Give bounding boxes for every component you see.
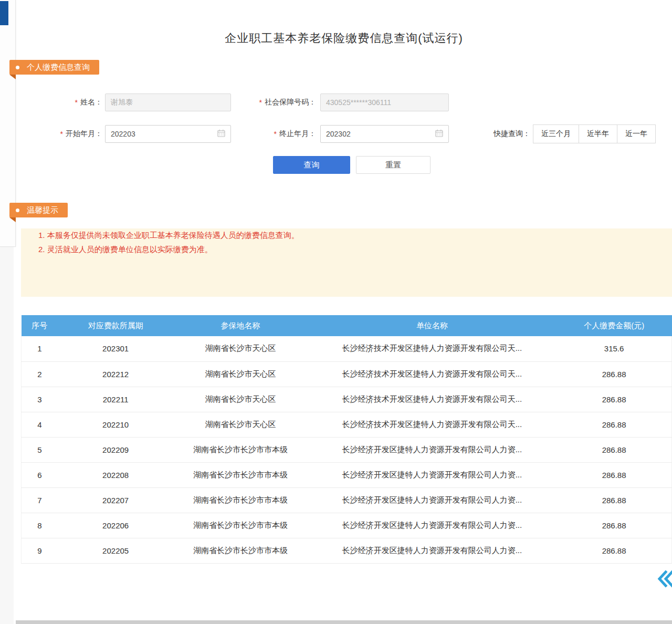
query-button[interactable]: 查询 [273, 156, 350, 174]
quick-query-option[interactable]: 近半年 [579, 124, 617, 143]
cell-company: 长沙经济开发区捷特人力资源开发有限公司人力资... [308, 462, 557, 487]
calendar-icon[interactable] [435, 129, 443, 139]
cell-area: 湖南省长沙市长沙市市本级 [173, 437, 307, 462]
bullet-dot-icon [16, 66, 19, 69]
section-label: 个人缴费信息查询 [27, 63, 90, 72]
table-header-cell: 单位名称 [308, 315, 557, 336]
cell-area: 湖南省长沙市天心区 [173, 361, 307, 387]
ssn-field: 430525******306111 [320, 93, 449, 111]
cell-period: 202212 [58, 361, 174, 387]
ssn-value: 430525******306111 [326, 98, 443, 107]
section-header-personal-query: 个人缴费信息查询 [9, 60, 99, 75]
table-row[interactable]: 9 202205 湖南省长沙市长沙市市本级 长沙经济开发区捷特人力资源开发有限公… [22, 538, 672, 563]
cell-period: 202208 [58, 462, 174, 487]
cell-period: 202209 [58, 437, 174, 462]
tip-line: 2. 灵活就业人员的缴费单位信息以实际缴费为准。 [38, 243, 672, 256]
quick-query-option[interactable]: 近一年 [617, 124, 656, 143]
bottom-scrollbar-track[interactable] [16, 620, 672, 624]
quick-query-option[interactable]: 近三个月 [533, 124, 579, 143]
cell-company: 长沙经济开发区捷特人力资源开发有限公司人力资... [308, 487, 557, 513]
name-field: 谢旭泰 [105, 93, 231, 111]
table-row[interactable]: 3 202211 湖南省长沙市天心区 长沙经济技术开发区捷特人力资源开发有限公司… [22, 387, 672, 412]
required-mark: * [75, 98, 78, 107]
start-month-field[interactable]: 202203 [105, 125, 231, 143]
cell-amount: 286.88 [556, 487, 671, 513]
ssn-label: * 社会保障号码： [231, 93, 316, 111]
cell-period: 202210 [58, 412, 174, 437]
cell-period: 202205 [58, 538, 174, 563]
cell-seq: 1 [22, 336, 58, 361]
cell-amount: 286.88 [556, 513, 671, 538]
cell-company: 长沙经济开发区捷特人力资源开发有限公司人力资... [308, 437, 557, 462]
quick-query-label: 快捷查询： [480, 125, 530, 143]
section-label: 温馨提示 [27, 205, 58, 215]
sidebar-tab[interactable] [0, 1, 8, 25]
pension-query-page: 企业职工基本养老保险缴费信息查询(试运行) 个人缴费信息查询 * 姓名： 谢旭泰… [0, 0, 672, 624]
cell-seq: 5 [22, 437, 58, 462]
cell-area: 湖南省长沙市天心区 [173, 387, 307, 412]
section-header-tips: 温馨提示 [9, 203, 68, 217]
table-header-cell: 个人缴费金额(元) [556, 315, 671, 336]
cell-period: 202207 [58, 487, 174, 513]
cell-seq: 8 [22, 513, 58, 538]
ribbon-fold [9, 217, 16, 222]
cell-area: 湖南省长沙市长沙市市本级 [173, 462, 307, 487]
cell-seq: 4 [22, 412, 58, 437]
cell-area: 湖南省长沙市天心区 [173, 412, 307, 437]
cell-seq: 7 [22, 487, 58, 513]
cell-company: 长沙经济开发区捷特人力资源开发有限公司人力资... [308, 513, 557, 538]
start-month-value: 202203 [111, 130, 217, 138]
start-month-label: * 开始年月： [32, 125, 102, 143]
end-month-field[interactable]: 202302 [320, 125, 449, 143]
name-value: 谢旭泰 [111, 98, 225, 107]
required-mark: * [274, 130, 277, 138]
cell-seq: 6 [22, 462, 58, 487]
calendar-icon[interactable] [217, 129, 225, 139]
cell-period: 202206 [58, 513, 174, 538]
quick-query-group: 近三个月 近半年 近一年 [533, 124, 656, 143]
tip-line: 1. 本服务仅提供尚未领取企业职工基本养老保险待遇人员的缴费信息查询。 [38, 228, 672, 242]
tips-box: 1. 本服务仅提供尚未领取企业职工基本养老保险待遇人员的缴费信息查询。 2. 灵… [21, 228, 672, 297]
cell-area: 湖南省长沙市长沙市市本级 [173, 538, 307, 563]
page-title: 企业职工基本养老保险缴费信息查询(试运行) [16, 30, 672, 46]
end-month-value: 202302 [326, 130, 435, 138]
table-row[interactable]: 7 202207 湖南省长沙市长沙市市本级 长沙经济开发区捷特人力资源开发有限公… [22, 487, 672, 513]
cell-company: 长沙经济开发区捷特人力资源开发有限公司人力资... [308, 538, 557, 563]
cell-area: 湖南省长沙市长沙市市本级 [173, 513, 307, 538]
double-chevron-left-icon[interactable] [656, 569, 672, 590]
cell-amount: 286.88 [556, 462, 671, 487]
cell-amount: 315.6 [556, 336, 671, 361]
table-row[interactable]: 6 202208 湖南省长沙市长沙市市本级 长沙经济开发区捷特人力资源开发有限公… [22, 462, 672, 487]
required-mark: * [259, 98, 262, 107]
table-header-cell: 对应费款所属期 [58, 315, 174, 336]
cell-seq: 3 [22, 387, 58, 412]
table-row[interactable]: 1 202301 湖南省长沙市天心区 长沙经济技术开发区捷特人力资源开发有限公司… [22, 336, 672, 361]
ribbon-fold [9, 75, 16, 79]
required-mark: * [60, 130, 63, 138]
cell-area: 湖南省长沙市长沙市市本级 [173, 487, 307, 513]
cell-period: 202211 [58, 387, 174, 412]
table-header-cell: 参保地名称 [173, 315, 307, 336]
table-header-cell: 序号 [22, 315, 58, 336]
cell-amount: 286.88 [556, 412, 671, 437]
cell-company: 长沙经济技术开发区捷特人力资源开发有限公司天... [308, 336, 557, 361]
reset-button[interactable]: 重置 [356, 156, 430, 174]
table-header-row: 序号 对应费款所属期 参保地名称 单位名称 个人缴费金额(元) [22, 315, 672, 336]
cell-seq: 2 [22, 361, 58, 387]
cell-amount: 286.88 [556, 361, 671, 387]
table-row[interactable]: 4 202210 湖南省长沙市天心区 长沙经济技术开发区捷特人力资源开发有限公司… [22, 412, 672, 437]
cell-amount: 286.88 [556, 387, 671, 412]
end-month-label: * 终止年月： [231, 125, 316, 143]
cell-amount: 286.88 [556, 437, 671, 462]
cell-company: 长沙经济技术开发区捷特人力资源开发有限公司天... [308, 387, 557, 412]
table-body: 1 202301 湖南省长沙市天心区 长沙经济技术开发区捷特人力资源开发有限公司… [22, 336, 672, 563]
name-label: * 姓名： [32, 93, 102, 111]
cell-seq: 9 [22, 538, 58, 563]
table-row[interactable]: 8 202206 湖南省长沙市长沙市市本级 长沙经济开发区捷特人力资源开发有限公… [22, 513, 672, 538]
cell-area: 湖南省长沙市天心区 [173, 336, 307, 361]
table-row[interactable]: 2 202212 湖南省长沙市天心区 长沙经济技术开发区捷特人力资源开发有限公司… [22, 361, 672, 387]
table-row[interactable]: 5 202209 湖南省长沙市长沙市市本级 长沙经济开发区捷特人力资源开发有限公… [22, 437, 672, 462]
payment-table: 序号 对应费款所属期 参保地名称 单位名称 个人缴费金额(元) 1 202301… [21, 315, 672, 564]
cell-amount: 286.88 [556, 538, 671, 563]
cell-period: 202301 [58, 336, 174, 361]
